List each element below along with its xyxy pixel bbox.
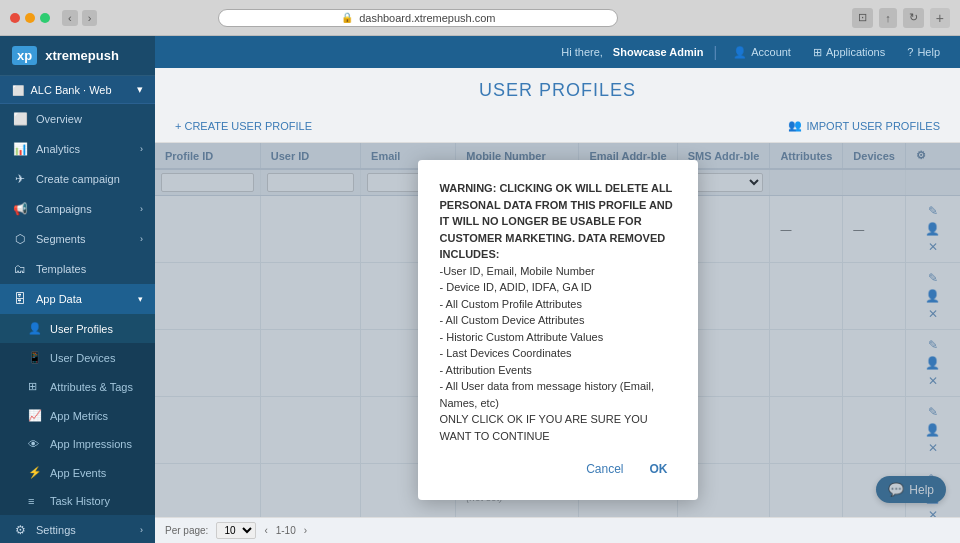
back-button[interactable]: ‹ [62, 10, 78, 26]
app-selector[interactable]: ⬜ ALC Bank · Web ▾ [0, 76, 155, 104]
chevron-down-icon: ▾ [137, 83, 143, 96]
modal-ok-button[interactable]: OK [642, 458, 676, 480]
sidebar-item-label: Create campaign [36, 173, 120, 185]
attributes-tags-icon: ⊞ [28, 380, 42, 393]
account-icon: 👤 [733, 46, 747, 59]
app-data-icon: 🗄 [12, 292, 28, 306]
chevron-right-icon: › [140, 525, 143, 535]
sidebar-logo: xp xtremepush [0, 36, 155, 76]
top-bar: Hi there, Showcase Admin | 👤 Account ⊞ A… [155, 36, 960, 68]
sidebar-nav: ⬜ Overview 📊 Analytics › ✈ Create campai… [0, 104, 155, 543]
screenshot-button[interactable]: ⊡ [852, 8, 873, 28]
account-button[interactable]: 👤 Account [727, 44, 797, 61]
sidebar-item-label: App Metrics [50, 410, 108, 422]
app-metrics-icon: 📈 [28, 409, 42, 422]
table-container: Profile ID User ID Email Mobile Number E… [155, 143, 960, 517]
help-icon: ? [907, 46, 913, 58]
create-campaign-icon: ✈ [12, 172, 28, 186]
templates-icon: 🗂 [12, 262, 28, 276]
app-events-icon: ⚡ [28, 466, 42, 479]
settings-icon: ⚙ [12, 523, 28, 537]
chevron-right-icon: › [140, 204, 143, 214]
app-selector-label: ⬜ ALC Bank · Web [12, 84, 112, 96]
sidebar-item-label: Overview [36, 113, 82, 125]
overview-icon: ⬜ [12, 112, 28, 126]
sidebar-item-settings[interactable]: ⚙ Settings › [0, 515, 155, 543]
sidebar-item-label: Attributes & Tags [50, 381, 133, 393]
applications-icon: ⊞ [813, 46, 822, 59]
user-devices-icon: 📱 [28, 351, 42, 364]
sidebar-item-label: Segments [36, 233, 86, 245]
sidebar-item-app-events[interactable]: ⚡ App Events [0, 458, 155, 487]
app-data-subnav: 👤 User Profiles 📱 User Devices ⊞ Attribu… [0, 314, 155, 515]
modal-cancel-button[interactable]: Cancel [578, 458, 631, 480]
sidebar-item-attributes-tags[interactable]: ⊞ Attributes & Tags [0, 372, 155, 401]
help-button[interactable]: ? Help [901, 44, 946, 60]
campaigns-icon: 📢 [12, 202, 28, 216]
lock-icon: 🔒 [341, 12, 353, 23]
modal-overlay: WARNING: CLICKING OK WILL DELETE ALL PER… [155, 143, 960, 517]
pagination-prev[interactable]: ‹ [264, 525, 267, 536]
sidebar-item-label: Analytics [36, 143, 80, 155]
app-container: xp xtremepush ⬜ ALC Bank · Web ▾ ⬜ Overv… [0, 36, 960, 543]
browser-traffic-lights [10, 13, 50, 23]
sidebar-item-segments[interactable]: ⬡ Segments › [0, 224, 155, 254]
user-profiles-icon: 👤 [28, 322, 42, 335]
sidebar-item-label: User Devices [50, 352, 115, 364]
sidebar-item-label: Task History [50, 495, 110, 507]
sidebar-item-label: Settings [36, 524, 76, 536]
refresh-button[interactable]: ↻ [903, 8, 924, 28]
main-content: Hi there, Showcase Admin | 👤 Account ⊞ A… [155, 36, 960, 543]
browser-chrome: ‹ › 🔒 dashboard.xtremepush.com ⊡ ↑ ↻ + [0, 0, 960, 36]
applications-button[interactable]: ⊞ Applications [807, 44, 891, 61]
sidebar: xp xtremepush ⬜ ALC Bank · Web ▾ ⬜ Overv… [0, 36, 155, 543]
sidebar-item-label: App Data [36, 293, 82, 305]
task-history-icon: ≡ [28, 495, 42, 507]
new-tab-button[interactable]: + [930, 8, 950, 28]
pagination-label: Per page: [165, 525, 208, 536]
sidebar-item-app-impressions[interactable]: 👁 App Impressions [0, 430, 155, 458]
sidebar-item-analytics[interactable]: 📊 Analytics › [0, 134, 155, 164]
sidebar-item-task-history[interactable]: ≡ Task History [0, 487, 155, 515]
logo-text: xtremepush [45, 48, 119, 63]
maximize-dot[interactable] [40, 13, 50, 23]
sidebar-item-app-metrics[interactable]: 📈 App Metrics [0, 401, 155, 430]
page-actions: + CREATE USER PROFILE 👥 IMPORT USER PROF… [155, 109, 960, 143]
import-icon: 👥 [788, 119, 802, 132]
sidebar-item-label: User Profiles [50, 323, 113, 335]
browser-actions: ⊡ ↑ ↻ + [852, 8, 950, 28]
import-user-profiles-button[interactable]: 👥 IMPORT USER PROFILES [780, 115, 948, 136]
sidebar-item-label: App Events [50, 467, 106, 479]
minimize-dot[interactable] [25, 13, 35, 23]
address-bar[interactable]: 🔒 dashboard.xtremepush.com [218, 9, 618, 27]
sidebar-item-overview[interactable]: ⬜ Overview [0, 104, 155, 134]
modal-warning-text: WARNING: CLICKING OK WILL DELETE ALL PER… [440, 180, 676, 444]
forward-button[interactable]: › [82, 10, 98, 26]
greeting-text: Hi there, [561, 46, 603, 58]
browser-navigation: ‹ › [62, 10, 97, 26]
url-text: dashboard.xtremepush.com [359, 12, 495, 24]
delete-warning-modal: WARNING: CLICKING OK WILL DELETE ALL PER… [418, 160, 698, 500]
sidebar-item-app-data[interactable]: 🗄 App Data ▾ [0, 284, 155, 314]
share-button[interactable]: ↑ [879, 8, 897, 28]
sidebar-item-campaigns[interactable]: 📢 Campaigns › [0, 194, 155, 224]
sidebar-item-templates[interactable]: 🗂 Templates [0, 254, 155, 284]
close-dot[interactable] [10, 13, 20, 23]
chevron-right-icon: › [140, 234, 143, 244]
page-header: USER PROFILES [155, 68, 960, 109]
sidebar-item-user-profiles[interactable]: 👤 User Profiles [0, 314, 155, 343]
analytics-icon: 📊 [12, 142, 28, 156]
page-title: USER PROFILES [175, 80, 940, 101]
create-user-profile-button[interactable]: + CREATE USER PROFILE [167, 115, 320, 136]
pagination-counts: 1-10 [276, 525, 296, 536]
page-size-select[interactable]: 10 25 50 [216, 522, 256, 539]
sidebar-item-user-devices[interactable]: 📱 User Devices [0, 343, 155, 372]
sidebar-item-create-campaign[interactable]: ✈ Create campaign [0, 164, 155, 194]
logo-icon: xp [12, 46, 37, 65]
sidebar-item-label: App Impressions [50, 438, 132, 450]
divider: | [714, 44, 718, 60]
segments-icon: ⬡ [12, 232, 28, 246]
pagination-next[interactable]: › [304, 525, 307, 536]
chevron-down-icon: ▾ [138, 294, 143, 304]
sidebar-item-label: Campaigns [36, 203, 92, 215]
